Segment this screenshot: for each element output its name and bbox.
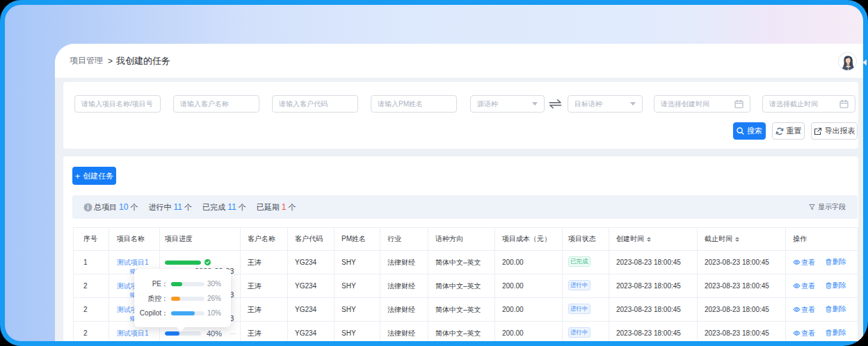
progress-track	[165, 261, 201, 265]
cell-actions: 查看 删除	[786, 251, 858, 274]
cell-deadline: 2023-08-23 18:00:45	[698, 251, 786, 274]
refresh-icon	[775, 127, 784, 135]
tooltip-progress-fill	[171, 282, 182, 286]
column-header[interactable]: 创建时间	[609, 228, 698, 251]
sort-caret-icon[interactable]	[735, 237, 739, 242]
swap-langs-button[interactable]	[549, 95, 562, 113]
cell-customer: 王涛	[241, 298, 288, 322]
cell-cost: 200.00	[495, 251, 563, 274]
sort-caret-icon[interactable]	[647, 237, 651, 242]
cell-pm: SHY	[335, 298, 380, 322]
view-link[interactable]: 查看	[793, 258, 815, 267]
delete-link[interactable]: 删除	[826, 281, 846, 290]
tooltip-arrow	[177, 327, 185, 331]
reset-button[interactable]: 重置	[772, 122, 805, 140]
project-name-placeholder: 请输入项目名称/项目号	[81, 99, 154, 109]
tooltip-row: PE： 30%	[134, 279, 231, 289]
tooltip-value: 26%	[207, 295, 221, 302]
customer-name-input[interactable]: 请输入客户名称	[173, 95, 259, 113]
show-fields-button[interactable]: 显示字段	[809, 202, 846, 212]
column-header: 客户名称	[241, 228, 288, 251]
progress-track	[165, 331, 201, 336]
target-lang-select[interactable]: 目标语种	[568, 95, 643, 113]
view-link[interactable]: 查看	[793, 305, 815, 315]
create-task-label: 创建任务	[83, 171, 113, 181]
customer-code-input[interactable]: 请输入客户代码	[272, 95, 358, 113]
create-time-picker[interactable]: 请选择创建时间	[654, 95, 750, 113]
plus-icon: +	[75, 172, 81, 181]
stat-item: 总项目 10 个	[94, 203, 138, 211]
trash-icon	[826, 329, 832, 336]
app-window: 项目管理 > 我创建的任务	[0, 0, 868, 346]
cell-cost: 200.00	[495, 322, 563, 342]
column-header[interactable]: 截止时间	[698, 228, 786, 251]
stat-unit: 个	[128, 203, 138, 211]
cell-actions: 查看 删除	[786, 274, 858, 298]
project-name-link[interactable]: 测试项目1	[117, 329, 149, 337]
filter-panel: 请输入项目名称/项目号 请输入客户名称 请输入客户代码 请输入PM姓名 源语种	[63, 82, 858, 149]
cell-customer-code: YG234	[288, 298, 335, 322]
view-label: 查看	[801, 329, 815, 338]
view-link[interactable]: 查看	[793, 281, 815, 291]
pm-name-input[interactable]: 请输入PM姓名	[371, 95, 457, 113]
cell-customer: 王涛	[241, 251, 288, 274]
delete-link[interactable]: 删除	[826, 257, 846, 267]
stat-item: 已完成 11 个	[202, 203, 246, 211]
table-header-row: 序号项目名称项目进度客户名称客户代码PM姓名行业语种方向项目成本（元）项目状态创…	[74, 228, 858, 251]
deadline-picker[interactable]: 请选择截止时间	[762, 95, 855, 113]
tooltip-row: 质控： 26%	[134, 294, 231, 304]
status-badge: 进行中	[568, 304, 590, 314]
view-label: 查看	[801, 281, 815, 291]
delete-label: 删除	[833, 328, 846, 338]
export-icon	[814, 127, 822, 135]
delete-label: 删除	[833, 281, 846, 290]
swap-arrows-icon	[549, 99, 562, 108]
cell-seq: 2	[74, 274, 109, 298]
breadcrumb-section[interactable]: 项目管理	[70, 55, 103, 67]
stat-label: 总项目	[94, 203, 119, 211]
stats-summary: 总项目 10 个进行中 11 个已完成 11 个已延期 1 个	[83, 202, 306, 213]
tooltip-progress-fill	[171, 297, 180, 301]
cell-pm: SHY	[335, 322, 380, 342]
search-button[interactable]: 搜索	[733, 122, 766, 140]
table-panel: + 创建任务 总项目 10 个进行中 11 个已完成 11 个已延期 1 个	[63, 156, 858, 341]
column-header-label: 创建时间	[616, 235, 644, 242]
filter-buttons: 搜索 重置	[733, 122, 858, 140]
eye-icon	[793, 283, 801, 289]
pm-name-placeholder: 请输入PM姓名	[378, 99, 450, 109]
cell-lang: 简体中文–英文	[428, 274, 495, 298]
cell-status: 已完成	[563, 251, 609, 274]
export-report-button[interactable]: 导出报表	[811, 122, 858, 140]
stat-label: 进行中	[148, 203, 173, 211]
progress-bar	[165, 259, 240, 265]
cell-cost: 200.00	[495, 298, 563, 322]
cell-deadline: 2023-08-23 18:00:45	[698, 274, 786, 298]
cell-customer-code: YG234	[288, 251, 335, 274]
eye-icon	[793, 259, 801, 265]
cell-seq: 2	[74, 322, 109, 342]
cell-customer: 王涛	[241, 274, 288, 298]
column-header-label: 客户代码	[295, 235, 323, 242]
column-header: 客户代码	[288, 228, 335, 251]
check-circle-icon	[204, 259, 211, 265]
view-link[interactable]: 查看	[793, 329, 815, 338]
delete-link[interactable]: 删除	[826, 328, 846, 338]
tooltip-progress-fill	[171, 311, 195, 315]
column-header-label: 语种方向	[435, 235, 463, 242]
eye-icon	[793, 330, 801, 336]
stat-label: 已完成	[202, 203, 227, 211]
show-fields-label: 显示字段	[818, 202, 846, 212]
source-lang-select[interactable]: 源语种	[470, 95, 545, 113]
user-avatar[interactable]	[838, 52, 857, 71]
delete-label: 删除	[833, 257, 846, 267]
column-header: 语种方向	[428, 228, 495, 251]
view-label: 查看	[801, 258, 815, 267]
create-task-button[interactable]: + 创建任务	[72, 167, 116, 185]
project-name-link[interactable]: 测试项目1	[117, 258, 149, 266]
content-area: 请输入项目名称/项目号 请输入客户名称 请输入客户代码 请输入PM姓名 源语种	[55, 78, 863, 341]
project-name-input[interactable]: 请输入项目名称/项目号	[74, 95, 161, 113]
trash-icon	[826, 306, 832, 313]
search-icon	[737, 127, 744, 135]
main-card: 项目管理 > 我创建的任务	[55, 44, 863, 341]
delete-link[interactable]: 删除	[826, 304, 846, 314]
